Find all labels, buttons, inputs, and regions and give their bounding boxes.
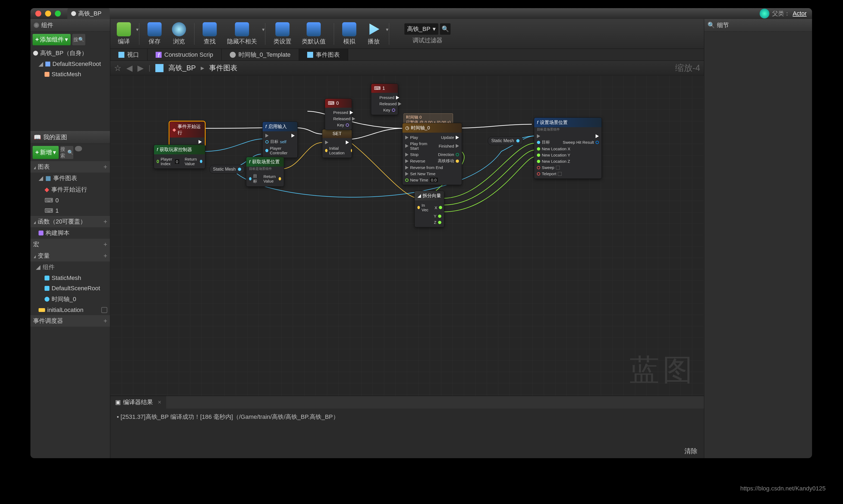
center-area: 编译▾ 保存 浏览 查找 隐藏不相关▾ 类设置 类默认值 模拟 播放▾ 高铁_B… (110, 19, 704, 458)
add-macro-icon[interactable]: + (103, 240, 107, 248)
nav-forward-icon[interactable]: ▶ (137, 63, 144, 73)
node-var-staticmesh-2[interactable]: Static Mesh (488, 137, 523, 145)
debug-filter-label: 调试过滤器 (405, 36, 450, 44)
clear-results-button[interactable]: 清除 (684, 447, 698, 455)
defaults-icon (307, 22, 321, 36)
console-icon: ▣ (115, 399, 121, 406)
find-button[interactable]: 查找 (199, 21, 221, 47)
save-icon (148, 22, 161, 36)
class-settings-button[interactable]: 类设置 (270, 21, 295, 47)
maximize-icon[interactable] (55, 11, 61, 17)
tab-eventgraph[interactable]: 事件图表 (299, 49, 348, 60)
document-tabs: 视口 fConstruction Scrip 时间轴_0_Template 事件… (110, 49, 704, 61)
node-key-0[interactable]: ⌨0 Pressed Released Key (325, 98, 352, 130)
node-break-vector[interactable]: ◢拆分向量 In VecX Y Z (414, 191, 444, 227)
book-icon: 📖 (34, 134, 41, 141)
myblueprint-panel-header[interactable]: 📖 我的蓝图 (30, 131, 110, 144)
debug-search-button[interactable]: 🔍 (440, 23, 450, 35)
tab-viewport[interactable]: 视口 (110, 49, 148, 60)
traffic-lights (35, 11, 61, 17)
hide-unrelated-button[interactable]: 隐藏不相关▾ (223, 21, 261, 47)
parent-class-icon[interactable] (760, 9, 769, 18)
component-scene-root[interactable]: ◢DefaultSceneRoot (30, 59, 110, 69)
zoom-level: 缩放-4 (675, 62, 700, 74)
favorite-icon[interactable]: ☆ (114, 63, 121, 73)
section-variables[interactable]: 变量+ (30, 250, 110, 262)
search-components-button[interactable]: 搜🔍 (72, 34, 85, 45)
play-button[interactable]: 播放▾ (363, 21, 384, 47)
add-dispatcher-icon[interactable]: + (103, 317, 107, 325)
scene-icon (45, 61, 50, 67)
compiler-results-panel: ▣编译器结果× • [2531.37]高铁_BP 编译成功！[186 毫秒内]（… (110, 396, 704, 458)
save-button[interactable]: 保存 (144, 21, 166, 47)
node-get-player-controller[interactable]: f获取玩家控制器 Player Index 0Return Value (154, 145, 205, 169)
add-component-button[interactable]: 添加组件 ▾ (33, 34, 71, 45)
variables-components-group[interactable]: ◢组件 (30, 262, 110, 273)
view-options-icon[interactable] (75, 146, 82, 151)
close-tab-icon[interactable]: × (158, 399, 161, 406)
simulate-icon (342, 22, 356, 36)
node-event-beginplay[interactable]: ◆事件开始运行 (170, 122, 205, 146)
section-dispatchers[interactable]: 事件调度器+ (30, 315, 110, 327)
browse-button[interactable]: 浏览 (168, 21, 190, 47)
var-staticmesh[interactable]: StaticMesh (30, 273, 110, 283)
event-key1[interactable]: ⌨1 (30, 205, 110, 216)
search-myblueprint-button[interactable]: 搜索🔍 (60, 146, 73, 159)
component-root[interactable]: 高铁_BP（自身） (30, 48, 110, 59)
parent-class-link[interactable]: Actor (793, 10, 807, 17)
var-sceneroot[interactable]: DefaultSceneRoot (30, 283, 110, 293)
section-functions[interactable]: 函数（20可覆盖）+ (30, 216, 110, 227)
node-var-staticmesh-1[interactable]: Static Mesh (209, 165, 245, 174)
add-new-button[interactable]: 新增 ▾ (33, 146, 59, 159)
event-key0[interactable]: ⌨0 (30, 195, 110, 205)
add-variable-icon[interactable]: + (103, 252, 107, 259)
event-beginplay[interactable]: ◆事件开始运行 (30, 184, 110, 195)
compiler-results-tab[interactable]: ▣编译器结果× (110, 396, 166, 409)
nav-back-icon[interactable]: ◀ (126, 63, 133, 73)
mesh-icon (45, 72, 49, 77)
graph-eventgraph[interactable]: ◢▦事件图表 (30, 173, 110, 184)
tab-timeline[interactable]: 时间轴_0_Template (222, 49, 299, 60)
node-timeline[interactable]: ◷时间轴_0 PlayUpdate Play from StartFinishe… (402, 123, 462, 185)
minimize-icon[interactable] (45, 11, 51, 17)
section-macros[interactable]: 宏+ (30, 239, 110, 250)
add-function-icon[interactable]: + (103, 218, 107, 226)
close-icon[interactable] (35, 11, 41, 17)
components-tree: 高铁_BP（自身） ◢DefaultSceneRoot StaticMesh (30, 48, 110, 79)
details-panel-header[interactable]: 🔍细节 (704, 19, 812, 32)
class-defaults-button[interactable]: 类默认值 (298, 21, 329, 47)
section-graphs[interactable]: 图表+ (30, 161, 110, 173)
tab-construction[interactable]: fConstruction Scrip (148, 49, 222, 60)
var-timeline[interactable]: 时间轴_0 (30, 293, 110, 305)
editor-window: 高铁_BP 父类： Actor 组件 添加组件 ▾ 搜🔍 高铁_BP（自身） ◢… (30, 8, 812, 458)
left-panels: 组件 添加组件 ▾ 搜🔍 高铁_BP（自身） ◢DefaultSceneRoot… (30, 19, 110, 458)
window-title: 高铁_BP (78, 10, 102, 18)
crumb-graph[interactable]: 事件图表 (209, 63, 237, 73)
vector-var-icon (38, 308, 45, 312)
function-construction[interactable]: 构建脚本 (30, 227, 110, 239)
browse-icon (172, 22, 186, 36)
window-tab[interactable]: 高铁_BP (67, 8, 110, 19)
compile-button[interactable]: 编译▾ (113, 21, 135, 47)
node-enable-input[interactable]: f启用输入 目标 self Player Controller (262, 122, 298, 158)
graph-type-icon (155, 64, 164, 72)
function-icon (38, 231, 44, 235)
var-initiallocation[interactable]: initialLocation (30, 305, 110, 315)
add-graph-icon[interactable]: + (103, 163, 107, 170)
clock-icon (45, 297, 49, 302)
node-get-world-location[interactable]: f获取场景位置 目标是场景组件 目标Return Value (246, 157, 284, 187)
component-static-mesh[interactable]: StaticMesh (30, 69, 110, 79)
crumb-blueprint[interactable]: 高铁_BP (168, 63, 196, 73)
source-url: https://blog.csdn.net/Kandy0125 (740, 485, 826, 492)
components-panel-header[interactable]: 组件 (30, 19, 110, 32)
node-set-world-location[interactable]: f设置场景位置 目标是场景组件 目标Sweep Hit Result New L… (534, 118, 602, 179)
node-set-initiallocation[interactable]: SET Initial Location (322, 129, 352, 158)
gear-icon (34, 22, 39, 28)
viewport-icon (118, 52, 124, 58)
event-graph-canvas[interactable]: ◆事件开始运行 f获取玩家控制器 Player Index 0Return Va… (110, 75, 704, 396)
node-key-1[interactable]: ⌨1 Pressed Released Key (371, 84, 398, 115)
simulate-button[interactable]: 模拟 (339, 21, 360, 47)
debug-target-select[interactable]: 高铁_BP▾ (405, 23, 438, 35)
find-icon (203, 22, 217, 36)
var-visibility-toggle[interactable] (101, 307, 107, 313)
